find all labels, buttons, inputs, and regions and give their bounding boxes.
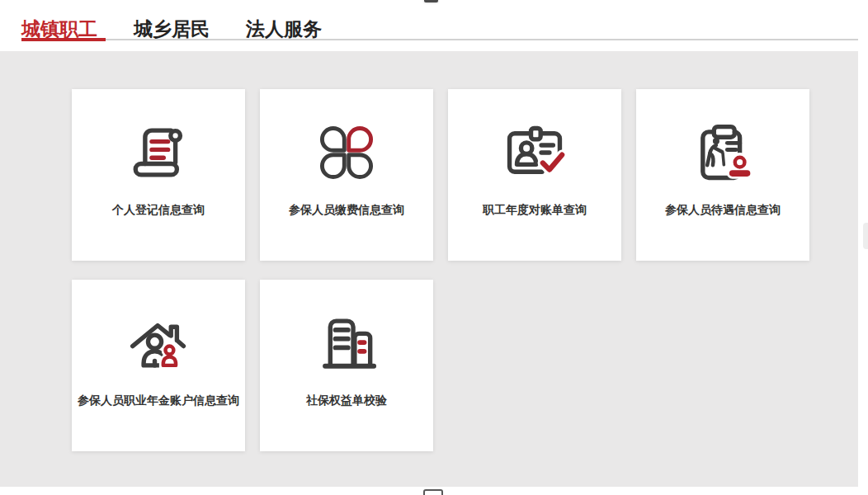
- card-label: 职工年度对账单查询: [483, 203, 587, 218]
- card-label: 参保人员职业年金账户信息查询: [78, 394, 239, 408]
- id-card-check-icon: [499, 117, 570, 188]
- tab-bar: 城镇职工 城乡居民 法人服务: [21, 18, 322, 40]
- card-label: 社保权益单校验: [306, 394, 387, 408]
- card-label: 参保人员缴费信息查询: [289, 203, 404, 218]
- tab-divider-line: [21, 39, 858, 40]
- scroll-document-icon: [123, 117, 194, 188]
- right-edge-sliver: [863, 223, 868, 249]
- card-benefit-info-query[interactable]: 参保人员待遇信息查询: [636, 89, 809, 261]
- card-personal-registration-query[interactable]: 个人登记信息查询: [72, 89, 245, 261]
- tab-urban-employee[interactable]: 城镇职工: [21, 18, 97, 40]
- clover-petals-icon: [311, 117, 382, 188]
- card-rights-statement-verify[interactable]: 社保权益单校验: [260, 280, 433, 451]
- card-payment-info-query[interactable]: 参保人员缴费信息查询: [260, 89, 433, 261]
- top-edge-handle: [424, 0, 438, 2]
- tab-legal-person-service[interactable]: 法人服务: [246, 18, 322, 40]
- bottom-edge-box: [423, 489, 443, 495]
- card-annual-statement-query[interactable]: 职工年度对账单查询: [448, 89, 621, 261]
- card-label: 参保人员待遇信息查询: [665, 203, 781, 218]
- tab-urban-rural-resident[interactable]: 城乡居民: [134, 18, 210, 40]
- buildings-icon: [311, 308, 382, 379]
- house-members-icon: [123, 308, 194, 379]
- service-card-panel: 个人登记信息查询 参保人员缴费信息查询: [0, 51, 858, 487]
- card-label: 个人登记信息查询: [112, 203, 205, 218]
- card-annuity-account-query[interactable]: 参保人员职业年金账户信息查询: [72, 280, 245, 451]
- clipboard-pension-icon: [687, 117, 758, 188]
- active-tab-underline: [21, 38, 106, 41]
